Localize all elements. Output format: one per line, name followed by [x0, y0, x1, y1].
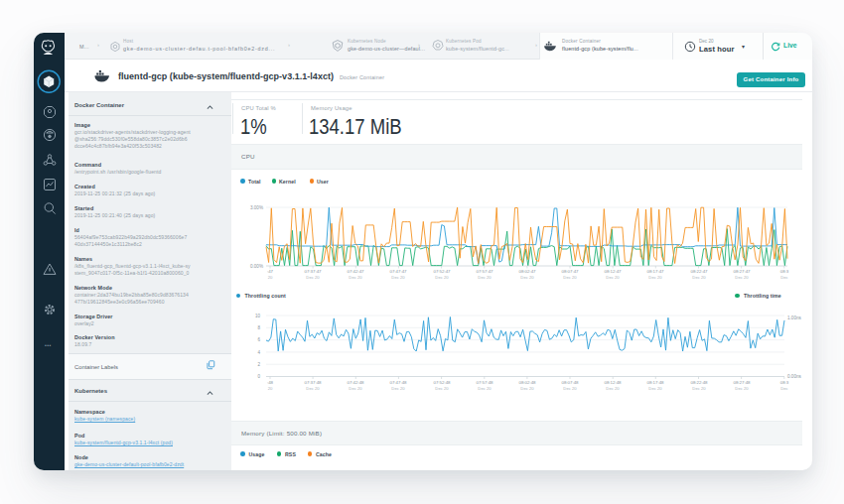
svg-text:8: 8	[257, 325, 260, 330]
svg-text:10: 10	[255, 314, 261, 318]
svg-text:6: 6	[257, 337, 260, 342]
svg-text:2: 2	[257, 362, 260, 367]
svg-text:4: 4	[257, 350, 260, 355]
svg-text:1.00ns: 1.00ns	[787, 315, 801, 320]
svg-text:3.00%: 3.00%	[250, 205, 263, 210]
svg-text:0.00ns: 0.00ns	[787, 374, 801, 379]
svg-text:0: 0	[257, 374, 260, 379]
